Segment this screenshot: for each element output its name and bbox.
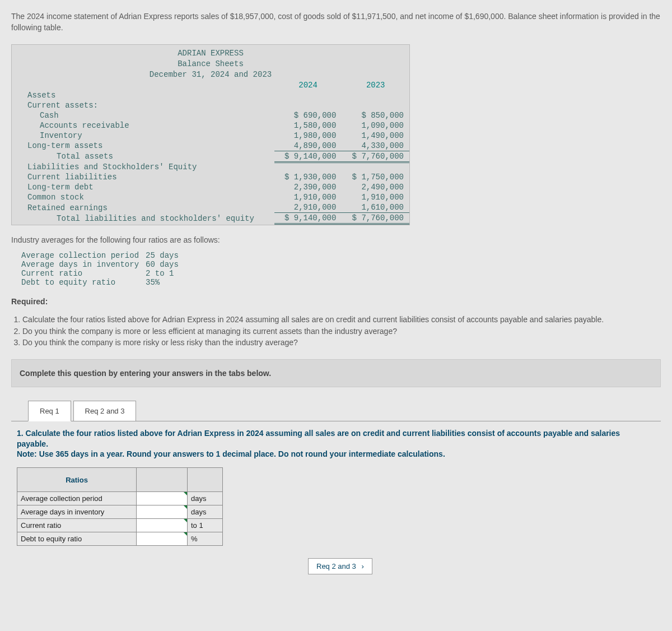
bs-title-1: ADRIAN EXPRESS [12,48,409,59]
table-row: Current ratio to 1 [17,519,223,532]
tab-req1[interactable]: Req 1 [28,401,71,421]
table-row: Debt to equity ratio % [17,532,223,546]
table-row: Total assets$ 9,140,000$ 7,760,000 [12,151,409,162]
current-ratio-input[interactable] [137,519,187,532]
avg-days-inventory-input[interactable] [137,505,187,518]
bs-title-2: Balance Sheets [12,59,409,69]
table-row: Average days in inventory60 days [21,260,185,269]
col-2023: 2023 [342,80,409,90]
table-row: Long-term debt2,390,0002,490,000 [12,182,409,192]
tab-panel-req1: 1. Calculate the four ratios listed abov… [11,421,661,581]
table-row: Total liabilities and stockholders' equi… [12,213,409,224]
next-tab-label: Req 2 and 3 [316,562,356,570]
assets-heading: Assets [12,90,274,100]
balance-sheet-table: 2024 2023 Assets Current assets: Cash$ 6… [12,80,409,225]
averages-intro: Industry averages for the following four… [11,235,661,244]
table-row: Inventory1,980,0001,490,000 [12,131,409,141]
bs-title-3: December 31, 2024 and 2023 [12,69,409,80]
ratios-header: Ratios [17,468,137,492]
chevron-right-icon: › [361,562,363,570]
current-assets-heading: Current assets: [12,100,274,110]
table-row: Average collection period days [17,492,223,505]
liab-heading: Liabilities and Stockholders' Equity [12,162,274,172]
required-heading: Required: [11,297,661,306]
list-item: Do you think the company is more risky o… [22,337,661,348]
table-row: Cash$ 690,000$ 850,000 [12,110,409,120]
list-item: Calculate the four ratios listed above f… [22,314,661,325]
table-row: Common stock1,910,0001,910,000 [12,192,409,202]
next-tab-button[interactable]: Req 2 and 3 › [308,558,372,574]
req1-note: Note: Use 365 days in a year. Round your… [17,449,655,458]
balance-sheet: ADRIAN EXPRESS Balance Sheets December 3… [11,44,410,225]
table-row: Current liabilities$ 1,930,000$ 1,750,00… [12,172,409,182]
intro-text: The 2024 income statement of Adrian Expr… [11,11,661,33]
col-2024: 2024 [274,80,342,90]
table-row: Average collection period25 days [21,251,185,260]
table-row: Long-term assets4,890,0004,330,000 [12,141,409,151]
req1-text: 1. Calculate the four ratios listed abov… [17,428,644,449]
table-row: Debt to equity ratio35% [21,278,185,287]
complete-instruction: Complete this question by entering your … [11,359,661,387]
table-row: Retained earnings2,910,0001,610,000 [12,202,409,213]
required-list: Calculate the four ratios listed above f… [11,314,661,348]
tab-req2and3[interactable]: Req 2 and 3 [73,401,137,421]
list-item: Do you think the company is more or less… [22,326,661,337]
table-row: Average days in inventory days [17,505,223,519]
averages-table: Average collection period25 days Average… [21,251,185,287]
debt-equity-ratio-input[interactable] [137,532,187,545]
table-row: Current ratio2 to 1 [21,269,185,278]
table-row: Accounts receivable1,580,0001,090,000 [12,120,409,131]
tab-bar: Req 1 Req 2 and 3 [28,401,661,421]
avg-collection-period-input[interactable] [137,492,187,505]
ratios-input-table: Ratios Average collection period days Av… [17,467,223,546]
